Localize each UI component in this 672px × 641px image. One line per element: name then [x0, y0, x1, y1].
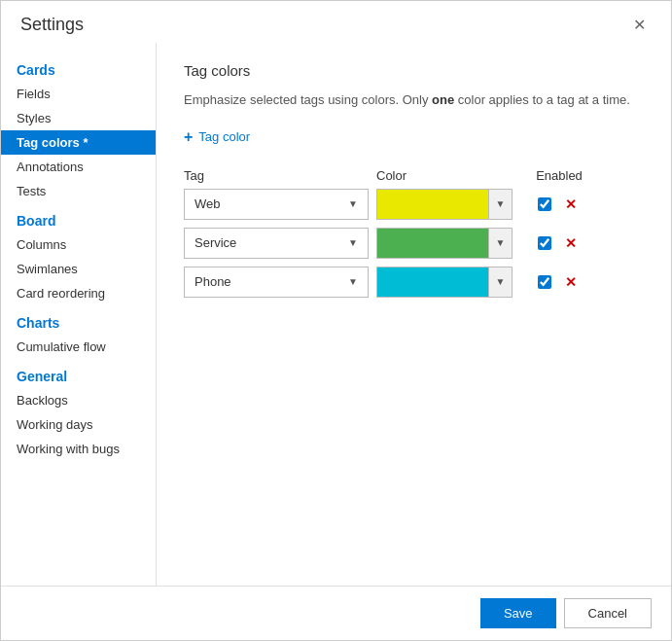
chevron-down-icon: ▼ — [348, 237, 358, 248]
enabled-col-0: ✕ — [520, 196, 598, 213]
chevron-down-icon: ▼ — [348, 276, 358, 287]
description: Emphasize selected tags using colors. On… — [184, 90, 644, 110]
sidebar-item-fields[interactable]: Fields — [1, 82, 156, 106]
delete-button-0[interactable]: ✕ — [561, 196, 581, 213]
enabled-col-1: ✕ — [520, 234, 598, 252]
save-button[interactable]: Save — [480, 598, 556, 628]
sidebar-section-charts: Charts — [1, 305, 156, 335]
col-color-header: Color — [376, 168, 513, 183]
sidebar-item-working-with-bugs[interactable]: Working with bugs — [1, 437, 156, 461]
enabled-col-2: ✕ — [520, 273, 598, 291]
enabled-checkbox-1[interactable] — [538, 236, 551, 250]
table-row: Phone▼ ▼ ✕ — [184, 267, 644, 298]
delete-button-2[interactable]: ✕ — [561, 273, 581, 291]
dialog-footer: Save Cancel — [1, 586, 671, 640]
delete-button-1[interactable]: ✕ — [561, 234, 581, 252]
section-title: Tag colors — [184, 62, 644, 79]
tag-select-1[interactable]: Service▼ — [184, 228, 369, 259]
sidebar-section-general: General — [1, 359, 156, 388]
color-select-1[interactable]: ▼ — [376, 228, 513, 259]
color-select-2[interactable]: ▼ — [376, 267, 513, 298]
description-text2: color applies to a tag at a time. — [454, 92, 630, 107]
tag-rows-container: Web▼ ▼ ✕ Service▼ ▼ ✕ Phone▼ ▼ ✕ — [184, 189, 644, 298]
tag-select-2[interactable]: Phone▼ — [184, 267, 369, 298]
dialog-title: Settings — [20, 15, 84, 35]
settings-dialog: Settings ✕ CardsFieldsStylesTag colors *… — [0, 0, 672, 641]
sidebar-item-styles[interactable]: Styles — [1, 106, 156, 130]
plus-icon: + — [184, 129, 193, 145]
sidebar-section-board: Board — [1, 203, 156, 232]
sidebar-item-swimlanes[interactable]: Swimlanes — [1, 257, 156, 281]
description-text1: Emphasize selected tags using colors. On… — [184, 92, 432, 107]
add-tag-button[interactable]: + Tag color — [184, 125, 250, 149]
description-highlight: one — [432, 92, 454, 107]
sidebar: CardsFieldsStylesTag colors *Annotations… — [1, 43, 157, 586]
sidebar-item-cumulative-flow[interactable]: Cumulative flow — [1, 335, 156, 359]
cancel-button[interactable]: Cancel — [564, 598, 652, 628]
tag-select-0[interactable]: Web▼ — [184, 189, 369, 220]
sidebar-item-backlogs[interactable]: Backlogs — [1, 388, 156, 412]
sidebar-item-tests[interactable]: Tests — [1, 179, 156, 203]
dialog-header: Settings ✕ — [1, 1, 671, 43]
col-tag-header: Tag — [184, 168, 369, 183]
dialog-body: CardsFieldsStylesTag colors *Annotations… — [1, 43, 671, 586]
sidebar-item-columns[interactable]: Columns — [1, 232, 156, 257]
sidebar-item-annotations[interactable]: Annotations — [1, 155, 156, 179]
main-content: Tag colors Emphasize selected tags using… — [157, 43, 671, 586]
color-dropdown-btn-0[interactable]: ▼ — [488, 190, 512, 219]
sidebar-item-card-reordering[interactable]: Card reordering — [1, 281, 156, 305]
sidebar-item-working-days[interactable]: Working days — [1, 412, 156, 437]
table-header: Tag Color Enabled — [184, 164, 644, 189]
col-enabled-header: Enabled — [520, 168, 598, 183]
color-select-0[interactable]: ▼ — [376, 189, 513, 220]
enabled-checkbox-2[interactable] — [538, 275, 551, 289]
color-swatch-1 — [377, 229, 488, 258]
chevron-down-icon: ▼ — [348, 198, 358, 209]
color-swatch-0 — [377, 190, 488, 219]
color-swatch-2 — [377, 267, 488, 297]
color-dropdown-btn-2[interactable]: ▼ — [488, 267, 512, 297]
enabled-checkbox-0[interactable] — [538, 197, 551, 211]
table-row: Service▼ ▼ ✕ — [184, 228, 644, 259]
table-row: Web▼ ▼ ✕ — [184, 189, 644, 220]
sidebar-item-tag-colors[interactable]: Tag colors * — [1, 130, 156, 155]
close-button[interactable]: ✕ — [627, 16, 652, 35]
sidebar-section-cards: Cards — [1, 53, 156, 82]
add-tag-label: Tag color — [198, 129, 250, 144]
color-dropdown-btn-1[interactable]: ▼ — [488, 229, 512, 258]
